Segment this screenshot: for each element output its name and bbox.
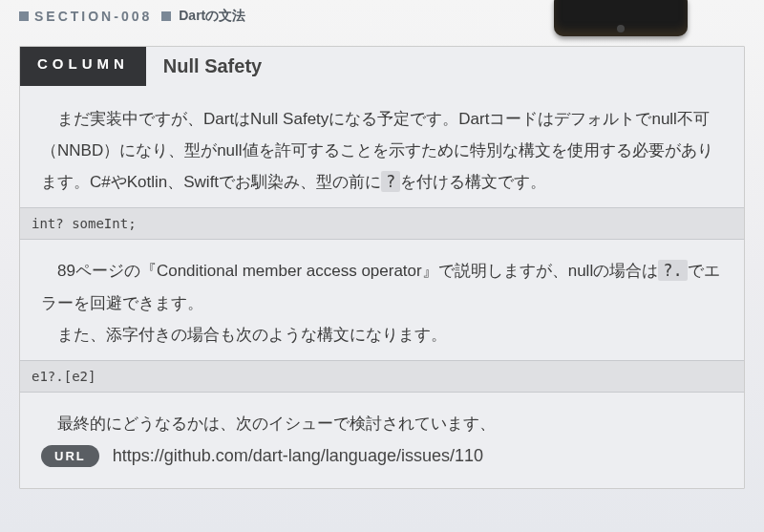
url-row: URL https://github.com/dart-lang/languag…	[20, 439, 744, 467]
section-title: Dartの文法	[179, 8, 245, 25]
paragraph-2: 89ページの『Conditional member access operato…	[41, 255, 723, 318]
column-body-3: 最終的にどうなるかは、次のイシューで検討されています、	[20, 402, 744, 439]
text: 89ページの『Conditional member access operato…	[57, 262, 658, 280]
square-bullet-icon	[161, 11, 171, 21]
square-bullet-icon	[19, 11, 29, 21]
code-block-1: int? someInt;	[20, 207, 744, 240]
column-title: Null Safety	[146, 47, 279, 86]
binder-clip	[554, 0, 688, 36]
paragraph-3: また、添字付きの場合も次のような構文になります。	[41, 319, 723, 351]
paragraph-4: 最終的にどうなるかは、次のイシューで検討されています、	[41, 408, 723, 439]
text: まだ実装中ですが、DartはNull Safetyになる予定です。Dartコード…	[41, 110, 713, 191]
section-label: SECTION-008	[34, 9, 152, 24]
inline-code-question: ?	[381, 171, 400, 192]
url-badge: URL	[41, 445, 99, 467]
column-body-2: 89ページの『Conditional member access operato…	[20, 249, 744, 350]
url-text: https://github.com/dart-lang/language/is…	[113, 446, 483, 466]
inline-code-qdot: ?.	[658, 260, 687, 281]
text: を付ける構文です。	[400, 173, 546, 191]
column-box: COLUMN Null Safety まだ実装中ですが、DartはNull Sa…	[19, 46, 745, 489]
code-block-2: e1?.[e2]	[20, 360, 744, 393]
column-header: COLUMN Null Safety	[20, 47, 744, 86]
paragraph-1: まだ実装中ですが、DartはNull Safetyになる予定です。Dartコード…	[41, 103, 723, 198]
column-body: まだ実装中ですが、DartはNull Safetyになる予定です。Dartコード…	[20, 86, 744, 198]
column-badge: COLUMN	[20, 47, 146, 86]
